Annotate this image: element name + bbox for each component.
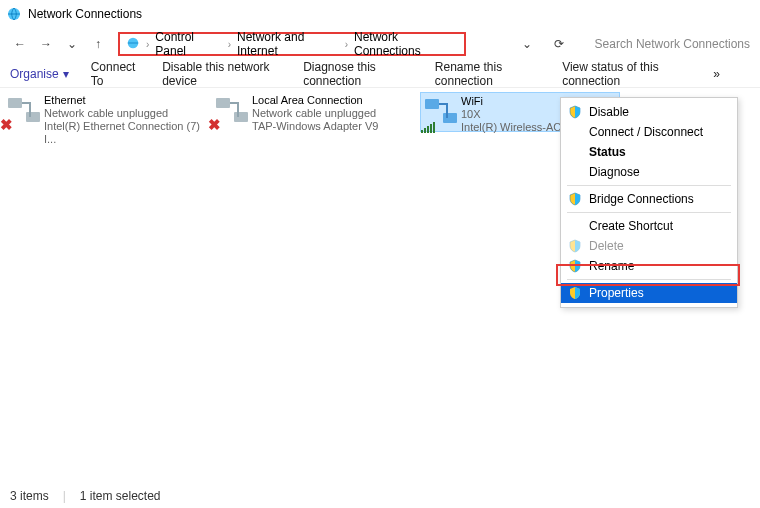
menu-separator bbox=[567, 212, 731, 213]
disable-device-button[interactable]: Disable this network device bbox=[162, 60, 281, 88]
status-bar: 3 items | 1 item selected bbox=[0, 484, 760, 508]
toolbar: Organise ▾ Connect To Disable this netwo… bbox=[0, 60, 760, 88]
status-selected-count: 1 item selected bbox=[80, 489, 161, 503]
navbar: ← → ⌄ ↑ › Control Panel › Network and In… bbox=[0, 28, 760, 60]
menu-diagnose[interactable]: Diagnose bbox=[561, 162, 737, 182]
app-icon bbox=[6, 6, 22, 22]
organise-button[interactable]: Organise ▾ bbox=[10, 67, 69, 81]
menu-item-label: Delete bbox=[589, 239, 624, 253]
adapter-device: Intel(R) Wireless-AC bbox=[461, 121, 561, 134]
menu-properties[interactable]: Properties bbox=[561, 283, 737, 303]
shield-icon bbox=[567, 191, 583, 207]
breadcrumb-root[interactable]: Control Panel bbox=[155, 30, 221, 58]
signal-bars-icon bbox=[421, 121, 435, 133]
adapter-status: Network cable unplugged bbox=[44, 107, 202, 120]
separator: | bbox=[63, 489, 66, 503]
window-title: Network Connections bbox=[28, 7, 142, 21]
chevron-right-icon: › bbox=[228, 39, 231, 50]
menu-separator bbox=[567, 279, 731, 280]
adapter-status: Network cable unplugged bbox=[252, 107, 378, 120]
forward-button[interactable]: → bbox=[36, 34, 56, 54]
breadcrumb-leaf[interactable]: Network Connections bbox=[354, 30, 458, 58]
address-bar[interactable]: › Control Panel › Network and Internet ›… bbox=[118, 32, 466, 56]
spacer-icon bbox=[567, 144, 583, 160]
adapter-device: Intel(R) Ethernet Connection (7) I... bbox=[44, 120, 202, 146]
menu-item-label: Create Shortcut bbox=[589, 219, 673, 233]
address-icon bbox=[126, 36, 140, 53]
menu-disable[interactable]: Disable bbox=[561, 102, 737, 122]
menu-status[interactable]: Status bbox=[561, 142, 737, 162]
disconnected-x-icon: ✖ bbox=[208, 116, 221, 134]
adapter-status: 10X bbox=[461, 108, 561, 121]
svg-rect-5 bbox=[234, 112, 248, 122]
network-adapter-icon: ✖ bbox=[214, 94, 252, 130]
address-dropdown-button[interactable]: ⌄ bbox=[517, 34, 537, 54]
search-input[interactable]: Search Network Connections bbox=[581, 37, 750, 51]
status-item-count: 3 items bbox=[10, 489, 49, 503]
recent-locations-button[interactable]: ⌄ bbox=[62, 34, 82, 54]
adapter-device: TAP-Windows Adapter V9 bbox=[252, 120, 378, 133]
back-button[interactable]: ← bbox=[10, 34, 30, 54]
view-status-button[interactable]: View status of this connection bbox=[562, 60, 691, 88]
menu-item-label: Connect / Disconnect bbox=[589, 125, 703, 139]
svg-rect-4 bbox=[216, 98, 230, 108]
menu-item-label: Diagnose bbox=[589, 165, 640, 179]
menu-item-label: Disable bbox=[589, 105, 629, 119]
network-adapter-icon bbox=[423, 95, 461, 131]
organise-label: Organise bbox=[10, 67, 59, 81]
menu-delete: Delete bbox=[561, 236, 737, 256]
adapter-local-area[interactable]: ✖ Local Area Connection Network cable un… bbox=[212, 92, 412, 132]
adapter-ethernet[interactable]: ✖ Ethernet Network cable unplugged Intel… bbox=[4, 92, 204, 132]
menu-bridge-connections[interactable]: Bridge Connections bbox=[561, 189, 737, 209]
menu-item-label: Status bbox=[589, 145, 626, 159]
shield-icon bbox=[567, 238, 583, 254]
connect-to-button[interactable]: Connect To bbox=[91, 60, 140, 88]
svg-rect-2 bbox=[8, 98, 22, 108]
svg-rect-3 bbox=[26, 112, 40, 122]
menu-item-label: Properties bbox=[589, 286, 644, 300]
context-menu: Disable Connect / Disconnect Status Diag… bbox=[560, 97, 738, 308]
toolbar-overflow-button[interactable]: » bbox=[713, 67, 750, 81]
spacer-icon bbox=[567, 164, 583, 180]
svg-rect-6 bbox=[425, 99, 439, 109]
shield-icon bbox=[567, 258, 583, 274]
svg-rect-7 bbox=[443, 113, 457, 123]
menu-connect-disconnect[interactable]: Connect / Disconnect bbox=[561, 122, 737, 142]
disconnected-x-icon: ✖ bbox=[0, 116, 13, 134]
menu-rename[interactable]: Rename bbox=[561, 256, 737, 276]
spacer-icon bbox=[567, 218, 583, 234]
titlebar: Network Connections bbox=[0, 0, 760, 28]
shield-icon bbox=[567, 104, 583, 120]
adapter-name: Ethernet bbox=[44, 94, 202, 107]
rename-connection-button[interactable]: Rename this connection bbox=[435, 60, 540, 88]
menu-item-label: Bridge Connections bbox=[589, 192, 694, 206]
adapter-name: WiFi bbox=[461, 95, 561, 108]
chevron-right-icon: › bbox=[345, 39, 348, 50]
menu-item-label: Rename bbox=[589, 259, 634, 273]
diagnose-connection-button[interactable]: Diagnose this connection bbox=[303, 60, 413, 88]
spacer-icon bbox=[567, 124, 583, 140]
chevron-down-icon: ▾ bbox=[63, 67, 69, 81]
network-adapter-icon: ✖ bbox=[6, 94, 44, 130]
refresh-button[interactable]: ⟳ bbox=[549, 34, 569, 54]
menu-separator bbox=[567, 185, 731, 186]
breadcrumb-mid[interactable]: Network and Internet bbox=[237, 30, 339, 58]
chevron-right-icon: › bbox=[146, 39, 149, 50]
up-button[interactable]: ↑ bbox=[88, 34, 108, 54]
shield-icon bbox=[567, 285, 583, 301]
adapter-name: Local Area Connection bbox=[252, 94, 378, 107]
menu-create-shortcut[interactable]: Create Shortcut bbox=[561, 216, 737, 236]
